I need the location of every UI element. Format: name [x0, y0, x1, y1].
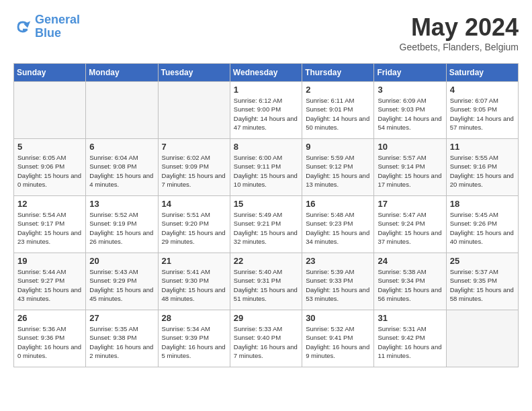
title-block: May 2024 Geetbets, Flanders, Belgium [400, 13, 519, 52]
calendar-cell: 8Sunrise: 6:00 AMSunset: 9:11 PMDaylight… [230, 139, 302, 196]
day-info: Sunrise: 6:09 AMSunset: 9:03 PMDaylight:… [378, 96, 442, 132]
month-year: May 2024 [400, 13, 519, 42]
day-info: Sunrise: 6:07 AMSunset: 9:05 PMDaylight:… [450, 96, 515, 132]
day-info: Sunrise: 5:39 AMSunset: 9:33 PMDaylight:… [306, 267, 370, 303]
weekday-header-wednesday: Wednesday [230, 64, 302, 82]
logo: General Blue [13, 13, 80, 40]
weekday-header-monday: Monday [86, 64, 158, 82]
day-number: 6 [89, 142, 154, 152]
day-number: 12 [17, 199, 82, 209]
week-row-2: 5Sunrise: 6:05 AMSunset: 9:06 PMDaylight… [14, 139, 519, 196]
day-info: Sunrise: 5:38 AMSunset: 9:34 PMDaylight:… [378, 267, 442, 303]
day-number: 11 [450, 142, 515, 152]
calendar-cell: 5Sunrise: 6:05 AMSunset: 9:06 PMDaylight… [14, 139, 86, 196]
logo-icon [13, 17, 32, 36]
week-row-1: 1Sunrise: 6:12 AMSunset: 9:00 PMDaylight… [14, 82, 519, 139]
calendar-cell [14, 82, 86, 139]
day-number: 23 [306, 256, 370, 266]
calendar-cell: 31Sunrise: 5:31 AMSunset: 9:42 PMDayligh… [374, 310, 446, 367]
week-row-4: 19Sunrise: 5:44 AMSunset: 9:27 PMDayligh… [14, 253, 519, 310]
day-number: 18 [450, 199, 515, 209]
day-info: Sunrise: 5:31 AMSunset: 9:42 PMDaylight:… [378, 324, 442, 360]
day-info: Sunrise: 5:59 AMSunset: 9:12 PMDaylight:… [306, 153, 370, 189]
day-number: 2 [306, 85, 370, 95]
day-info: Sunrise: 5:55 AMSunset: 9:16 PMDaylight:… [450, 153, 515, 189]
calendar-cell [446, 310, 518, 367]
calendar-cell: 28Sunrise: 5:34 AMSunset: 9:39 PMDayligh… [158, 310, 230, 367]
day-info: Sunrise: 6:00 AMSunset: 9:11 PMDaylight:… [234, 153, 298, 189]
day-info: Sunrise: 5:37 AMSunset: 9:35 PMDaylight:… [450, 267, 515, 303]
calendar-cell: 30Sunrise: 5:32 AMSunset: 9:41 PMDayligh… [302, 310, 374, 367]
calendar-cell: 12Sunrise: 5:54 AMSunset: 9:17 PMDayligh… [14, 196, 86, 253]
calendar-cell: 7Sunrise: 6:02 AMSunset: 9:09 PMDaylight… [158, 139, 230, 196]
calendar-cell: 6Sunrise: 6:04 AMSunset: 9:08 PMDaylight… [86, 139, 158, 196]
day-number: 7 [162, 142, 226, 152]
day-info: Sunrise: 6:04 AMSunset: 9:08 PMDaylight:… [89, 153, 154, 189]
day-number: 31 [378, 313, 442, 323]
calendar-cell: 24Sunrise: 5:38 AMSunset: 9:34 PMDayligh… [374, 253, 446, 310]
day-info: Sunrise: 5:35 AMSunset: 9:38 PMDaylight:… [89, 324, 154, 360]
calendar-cell: 17Sunrise: 5:47 AMSunset: 9:24 PMDayligh… [374, 196, 446, 253]
weekday-header-sunday: Sunday [14, 64, 86, 82]
day-info: Sunrise: 5:44 AMSunset: 9:27 PMDaylight:… [17, 267, 82, 303]
week-row-3: 12Sunrise: 5:54 AMSunset: 9:17 PMDayligh… [14, 196, 519, 253]
day-number: 30 [306, 313, 370, 323]
day-info: Sunrise: 5:54 AMSunset: 9:17 PMDaylight:… [17, 210, 82, 246]
day-number: 27 [89, 313, 154, 323]
day-info: Sunrise: 5:57 AMSunset: 9:14 PMDaylight:… [378, 153, 442, 189]
calendar-cell: 15Sunrise: 5:49 AMSunset: 9:21 PMDayligh… [230, 196, 302, 253]
calendar-cell: 22Sunrise: 5:40 AMSunset: 9:31 PMDayligh… [230, 253, 302, 310]
calendar-cell: 16Sunrise: 5:48 AMSunset: 9:23 PMDayligh… [302, 196, 374, 253]
calendar-cell: 10Sunrise: 5:57 AMSunset: 9:14 PMDayligh… [374, 139, 446, 196]
day-number: 28 [162, 313, 226, 323]
calendar-cell: 23Sunrise: 5:39 AMSunset: 9:33 PMDayligh… [302, 253, 374, 310]
day-number: 19 [17, 256, 82, 266]
calendar-cell: 29Sunrise: 5:33 AMSunset: 9:40 PMDayligh… [230, 310, 302, 367]
calendar-cell [158, 82, 230, 139]
day-number: 14 [162, 199, 226, 209]
day-number: 26 [17, 313, 82, 323]
day-info: Sunrise: 5:45 AMSunset: 9:26 PMDaylight:… [450, 210, 515, 246]
day-number: 8 [234, 142, 298, 152]
day-number: 10 [378, 142, 442, 152]
calendar-cell: 3Sunrise: 6:09 AMSunset: 9:03 PMDaylight… [374, 82, 446, 139]
weekday-header-tuesday: Tuesday [158, 64, 230, 82]
day-number: 1 [234, 85, 298, 95]
day-info: Sunrise: 6:12 AMSunset: 9:00 PMDaylight:… [234, 96, 298, 132]
day-number: 21 [162, 256, 226, 266]
day-info: Sunrise: 5:47 AMSunset: 9:24 PMDaylight:… [378, 210, 442, 246]
calendar-cell: 18Sunrise: 5:45 AMSunset: 9:26 PMDayligh… [446, 196, 518, 253]
calendar-cell: 19Sunrise: 5:44 AMSunset: 9:27 PMDayligh… [14, 253, 86, 310]
calendar-cell: 9Sunrise: 5:59 AMSunset: 9:12 PMDaylight… [302, 139, 374, 196]
day-number: 9 [306, 142, 370, 152]
day-number: 17 [378, 199, 442, 209]
day-info: Sunrise: 5:51 AMSunset: 9:20 PMDaylight:… [162, 210, 226, 246]
weekday-header-row: SundayMondayTuesdayWednesdayThursdayFrid… [14, 64, 519, 82]
calendar-table: SundayMondayTuesdayWednesdayThursdayFrid… [13, 63, 519, 367]
day-info: Sunrise: 5:48 AMSunset: 9:23 PMDaylight:… [306, 210, 370, 246]
day-info: Sunrise: 6:02 AMSunset: 9:09 PMDaylight:… [162, 153, 226, 189]
day-info: Sunrise: 5:33 AMSunset: 9:40 PMDaylight:… [234, 324, 298, 360]
calendar-cell: 20Sunrise: 5:43 AMSunset: 9:29 PMDayligh… [86, 253, 158, 310]
calendar-cell [86, 82, 158, 139]
calendar-cell: 11Sunrise: 5:55 AMSunset: 9:16 PMDayligh… [446, 139, 518, 196]
day-info: Sunrise: 5:36 AMSunset: 9:36 PMDaylight:… [17, 324, 82, 360]
location: Geetbets, Flanders, Belgium [400, 42, 519, 52]
calendar-cell: 26Sunrise: 5:36 AMSunset: 9:36 PMDayligh… [14, 310, 86, 367]
weekday-header-saturday: Saturday [446, 64, 518, 82]
calendar-cell: 25Sunrise: 5:37 AMSunset: 9:35 PMDayligh… [446, 253, 518, 310]
calendar-cell: 1Sunrise: 6:12 AMSunset: 9:00 PMDaylight… [230, 82, 302, 139]
day-info: Sunrise: 6:05 AMSunset: 9:06 PMDaylight:… [17, 153, 82, 189]
day-number: 22 [234, 256, 298, 266]
day-info: Sunrise: 5:52 AMSunset: 9:19 PMDaylight:… [89, 210, 154, 246]
day-info: Sunrise: 5:34 AMSunset: 9:39 PMDaylight:… [162, 324, 226, 360]
day-number: 16 [306, 199, 370, 209]
calendar-cell: 21Sunrise: 5:41 AMSunset: 9:30 PMDayligh… [158, 253, 230, 310]
day-info: Sunrise: 5:49 AMSunset: 9:21 PMDaylight:… [234, 210, 298, 246]
calendar-cell: 4Sunrise: 6:07 AMSunset: 9:05 PMDaylight… [446, 82, 518, 139]
calendar-cell: 27Sunrise: 5:35 AMSunset: 9:38 PMDayligh… [86, 310, 158, 367]
day-number: 15 [234, 199, 298, 209]
weekday-header-thursday: Thursday [302, 64, 374, 82]
calendar-cell: 13Sunrise: 5:52 AMSunset: 9:19 PMDayligh… [86, 196, 158, 253]
calendar-cell: 2Sunrise: 6:11 AMSunset: 9:01 PMDaylight… [302, 82, 374, 139]
